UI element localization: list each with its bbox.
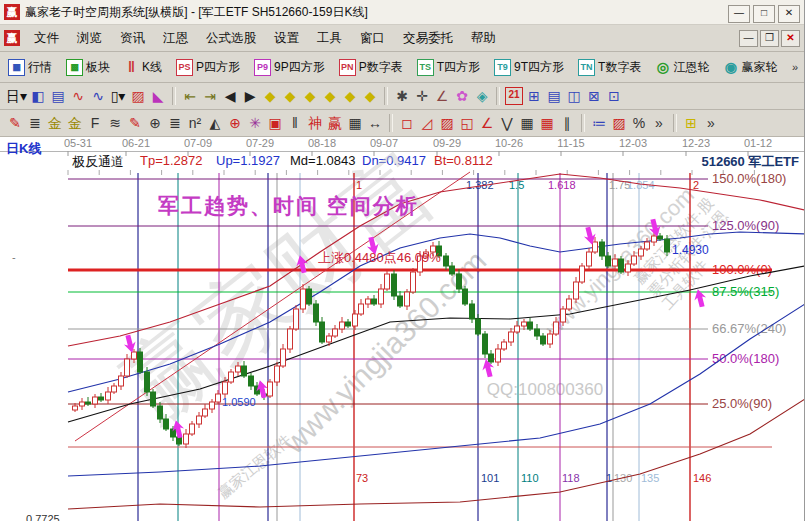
parallel-lines-icon[interactable]: ‖ [286,113,304,133]
crosshair-tool-icon[interactable]: ✛ [413,86,431,106]
angle-tool-icon[interactable]: ∠ [433,86,451,106]
menu-item-8[interactable]: 交易委托 [394,27,462,50]
red-grid-icon[interactable]: ▦ [538,113,556,133]
toolbar-button-赢家轮[interactable]: ◉赢家轮 [721,57,779,78]
more-tools-chevron[interactable]: » [650,113,668,133]
candle-body [444,256,449,266]
flower-tool-icon[interactable]: ✿ [453,86,471,106]
candle-type-dropdown[interactable]: ▯▾ [109,86,127,106]
zigzag-icon[interactable]: ⋁ [498,113,516,133]
flag-sort-icon[interactable]: ◣ [149,86,167,106]
stats-icon[interactable]: ≔ [590,113,608,133]
menu-item-2[interactable]: 资讯 [111,27,154,50]
next-bar-icon[interactable]: ▶ [241,86,259,106]
candle-body [281,349,286,366]
maximize-button[interactable]: □ [753,5,775,23]
percent-icon[interactable]: % [630,113,648,133]
box-tool-icon[interactable]: ◻ [398,113,416,133]
toolbar-button-9P四方形[interactable]: P99P四方形 [252,57,327,78]
last-bar-icon[interactable]: ⇥ [201,86,219,106]
percent-box-icon[interactable]: ▨ [610,113,628,133]
chart-style-icon[interactable]: ◧ [29,86,47,106]
gann-diamond-up-icon[interactable]: ◆ [301,86,319,106]
period-dropdown[interactable]: 日▾ [6,86,27,106]
fibonacci-icon[interactable]: F [86,113,104,133]
candle-body [125,359,130,376]
grid-icon[interactable]: ▦ [518,113,536,133]
overflow-chevron[interactable]: » [702,113,720,133]
toolbar-button-P数字表[interactable]: PNP数字表 [337,57,405,78]
gold-ratio-icon[interactable]: 金 [46,113,64,133]
hrange-icon[interactable]: ↔ [366,113,384,133]
compass-icon[interactable]: ⊕ [146,113,164,133]
candle-body [216,394,221,402]
chart-area[interactable]: 赢家财富www.yingjia360.comwww.yingjia360.com… [0,137,805,521]
spiral-square-icon[interactable]: ▣ [266,113,284,133]
wave3-icon[interactable]: ∿ [69,86,87,106]
shaded-box-icon[interactable]: ▨ [438,113,456,133]
mdi-restore-button[interactable]: ❐ [760,30,779,47]
shen-tool-icon[interactable]: 神 [306,113,324,133]
toolbar-button-9T四方形[interactable]: T99T四方形 [492,57,566,78]
menu-item-7[interactable]: 窗口 [351,27,394,50]
calculator-icon[interactable]: ⊞ [525,86,543,106]
number-grid-icon[interactable]: ▦ [346,113,364,133]
grid-lines-icon[interactable]: ≣ [166,113,184,133]
cycle-arc-icon[interactable]: ≋ [106,113,124,133]
menu-item-6[interactable]: 工具 [308,27,351,50]
menu-item-1[interactable]: 浏览 [68,27,111,50]
menu-item-9[interactable]: 帮助 [462,27,505,50]
candle-body [164,419,169,429]
gann-diamond-left-icon[interactable]: ◆ [261,86,279,106]
brain-tool-icon[interactable]: ◈ [473,86,491,106]
candle-body [99,397,104,400]
toolbar-button-P四方形[interactable]: PSP四方形 [174,57,242,78]
down-signal-arrow-icon [647,218,663,238]
circle-cross-icon[interactable]: ⊕ [226,113,244,133]
notes-icon[interactable]: ▤ [545,86,563,106]
layout-icon[interactable]: ⊞ [682,113,700,133]
toolbar-button-板块[interactable]: ▩板块 [64,57,112,78]
export-icon[interactable]: ⊠ [585,86,603,106]
calendar-icon[interactable]: 21 [505,87,523,105]
brush-icon[interactable]: ✎ [126,113,144,133]
menu-item-4[interactable]: 公式选股 [197,27,265,50]
gann-diamond-down-icon[interactable]: ◆ [321,86,339,106]
toolbar-button-行情[interactable]: ▦行情 [6,57,54,78]
toolbar-separator [389,114,393,132]
toolbar-button-T四方形[interactable]: TST四方形 [415,57,482,78]
overlay-icon[interactable]: ▨ [129,86,147,106]
wave9-icon[interactable]: ∿ [89,86,107,106]
triangle-icon[interactable]: ◭ [206,113,224,133]
pen-tool-icon[interactable]: ✎ [6,113,24,133]
toolbar-overflow-chevron[interactable]: » [792,61,798,73]
gold-ratio2-icon[interactable]: 金 [66,113,84,133]
menu-item-5[interactable]: 设置 [265,27,308,50]
minimize-button[interactable]: — [728,5,750,23]
menu-item-3[interactable]: 江恩 [154,27,197,50]
gann-diamond-right-icon[interactable]: ◆ [281,86,299,106]
first-bar-icon[interactable]: ⇤ [181,86,199,106]
gann-diamond-all-icon[interactable]: ◆ [361,86,379,106]
toolbar-button-K线[interactable]: ‖K线 [122,57,164,78]
hline-tool-icon[interactable]: ≣ [26,113,44,133]
angle-fan-icon[interactable]: ∠ [478,113,496,133]
gann-diamond-center-icon[interactable]: ◆ [341,86,359,106]
toolbar-button-T数字表[interactable]: TNT数字表 [576,57,643,78]
mdi-close-button[interactable]: ✕ [781,30,800,47]
toolbar-button-江恩轮[interactable]: ◎江恩轮 [653,57,711,78]
win-tool-icon[interactable]: 赢 [326,113,344,133]
hand-tool-icon[interactable]: ✱ [393,86,411,106]
corner-box-icon[interactable]: ◱ [458,113,476,133]
close-button[interactable]: ✕ [778,5,800,23]
square-numbers-icon[interactable]: n² [186,113,204,133]
menu-item-0[interactable]: 文件 [25,27,68,50]
fan-tool-icon[interactable]: ◿ [418,113,436,133]
star-burst-icon[interactable]: ✳ [246,113,264,133]
channel-icon[interactable]: ∥ [558,113,576,133]
info-panel-icon[interactable]: ▤ [49,86,67,106]
prev-bar-icon[interactable]: ◀ [221,86,239,106]
save-icon[interactable]: ◫ [565,86,583,106]
settings-box-icon[interactable]: ⊡ [605,86,623,106]
mdi-minimize-button[interactable]: — [739,30,758,47]
